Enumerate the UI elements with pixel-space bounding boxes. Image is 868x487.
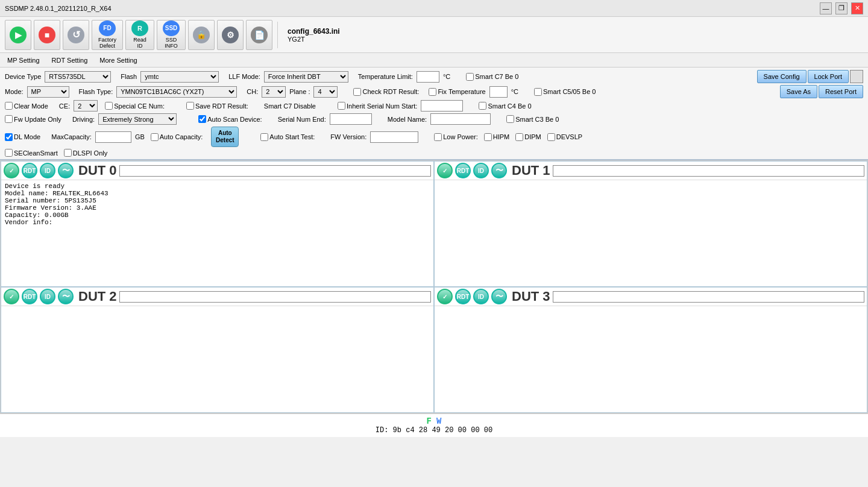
read-id-button[interactable]: R ReadID	[125, 20, 154, 50]
max-capacity-input[interactable]: 512	[95, 131, 131, 143]
dut2-check-icon[interactable]: ✓	[4, 289, 19, 304]
dut0-rdt-icon[interactable]: RDT	[22, 163, 37, 178]
serial-num-start-input[interactable]: 999999	[421, 100, 463, 112]
dut1-wave-icon[interactable]: 〜	[491, 163, 507, 178]
fix-temp-checkbox[interactable]	[429, 88, 436, 96]
titlebar-title: SSDMP 2.48.0.1_20211210_R_X64	[5, 5, 112, 12]
ssd-info-button[interactable]: SSD SSDINFO	[157, 20, 186, 50]
smart-c4-be0-label: Smart C4 Be 0	[479, 102, 531, 110]
close-button[interactable]: ✕	[851, 2, 863, 14]
driving-select[interactable]: Extremely Strong	[98, 113, 177, 125]
doc-button[interactable]: 📄	[246, 20, 272, 50]
low-power-checkbox[interactable]	[434, 133, 442, 141]
dut3-wave-icon[interactable]: 〜	[491, 289, 507, 304]
lock-port-button[interactable]: Lock Port	[808, 70, 849, 83]
dut3-input[interactable]	[553, 291, 864, 303]
menu-rdt-setting[interactable]: RDT Setting	[47, 55, 93, 65]
clear-mode-checkbox[interactable]	[5, 102, 13, 110]
minimize-button[interactable]: —	[820, 2, 832, 14]
check-rdt-label: Check RDT Result:	[353, 88, 419, 96]
fw-update-checkbox[interactable]	[5, 115, 13, 123]
dut1-check-icon[interactable]: ✓	[437, 163, 453, 178]
auto-capacity-checkbox[interactable]	[151, 133, 159, 141]
menu-mp-setting[interactable]: MP Setting	[2, 55, 45, 65]
color-swatch	[850, 70, 863, 83]
auto-scan-checkbox[interactable]	[198, 115, 206, 123]
temp-unit-label: °C	[443, 73, 450, 80]
seclean-smart-checkbox[interactable]	[5, 149, 13, 157]
max-capacity-unit: GB	[135, 133, 145, 140]
reset-port-button[interactable]: Reset Port	[819, 85, 863, 98]
auto-start-checkbox[interactable]	[260, 133, 268, 141]
mode-select[interactable]: MP	[27, 86, 69, 98]
hipm-checkbox[interactable]	[484, 133, 492, 141]
dut0-input[interactable]	[119, 165, 431, 177]
dut2-wave-icon[interactable]: 〜	[58, 289, 74, 304]
dut1-input[interactable]	[553, 165, 864, 177]
dut0-id-icon[interactable]: ID	[40, 163, 55, 178]
save-rdt-checkbox[interactable]	[186, 102, 194, 110]
save-as-button[interactable]: Save As	[780, 85, 817, 98]
temp-limit-label: Temperature Limit:	[358, 73, 413, 80]
smart-c5-checkbox[interactable]	[534, 88, 542, 96]
devslp-checkbox[interactable]	[547, 133, 555, 141]
dlspi-only-checkbox[interactable]	[64, 149, 72, 157]
llf-mode-select[interactable]: Force Inherit DBT	[264, 71, 348, 83]
serial-num-end-input[interactable]	[330, 113, 372, 125]
status-fw: F W	[427, 416, 442, 426]
ch-select[interactable]: 2	[262, 86, 286, 98]
temp-limit-input[interactable]: 255	[417, 71, 439, 83]
config-sub: YG2T	[288, 36, 340, 43]
start-button[interactable]: ▶	[5, 20, 31, 50]
inherit-serial-label: Inherit Serial Num Start:	[338, 102, 417, 110]
settings-panel: Device Type RTS5735DL Flash ymtc LLF Mod…	[0, 68, 868, 160]
auto-detect-button[interactable]: AutoDetect	[211, 127, 239, 147]
ce-select[interactable]: 2	[74, 100, 98, 112]
flash-select[interactable]: ymtc	[140, 71, 219, 83]
dut1-id-icon[interactable]: ID	[473, 163, 489, 178]
dut2-id-icon[interactable]: ID	[40, 289, 55, 304]
fw-version-input[interactable]: XD0R00ZA	[370, 131, 418, 143]
smart-c7-be0-checkbox[interactable]	[466, 73, 474, 81]
dut1-rdt-icon[interactable]: RDT	[455, 163, 471, 178]
smart-c3-checkbox[interactable]	[506, 115, 514, 123]
dipm-checkbox[interactable]	[515, 133, 523, 141]
stop-button[interactable]: ■	[34, 20, 60, 50]
dut3-check-icon[interactable]: ✓	[437, 289, 453, 304]
mode-label: Mode:	[5, 88, 24, 95]
check-rdt-checkbox[interactable]	[353, 88, 361, 96]
dut3-rdt-icon[interactable]: RDT	[455, 289, 471, 304]
serial-num-end-label: Serial Num End:	[278, 116, 326, 123]
hipm-label: HIPM	[484, 133, 510, 141]
save-rdt-label: Save RDT Result:	[186, 102, 248, 110]
plane-select[interactable]: 4	[313, 86, 338, 98]
dut2-rdt-icon[interactable]: RDT	[22, 289, 37, 304]
model-name-input[interactable]: Realtek_sata	[430, 113, 491, 125]
clear-mode-label: Clear Mode	[5, 102, 48, 110]
lock-button[interactable]: 🔒	[188, 20, 215, 50]
toolbar: ▶ ■ ↺ FD FactoryDefect R ReadID SSD SSDI…	[0, 17, 868, 53]
fw-f-label: F	[427, 416, 432, 426]
refresh-button[interactable]: ↺	[63, 20, 89, 50]
settings-button[interactable]: ⚙	[217, 20, 244, 50]
smart-c4-checkbox[interactable]	[479, 102, 486, 110]
status-id-line: ID: 9b c4 28 49 20 00 00 00	[376, 426, 492, 435]
auto-capacity-label: Auto Capacity:	[151, 133, 203, 141]
dut2-input[interactable]	[119, 291, 431, 303]
settings-row-1: Device Type RTS5735DL Flash ymtc LLF Mod…	[5, 70, 863, 83]
fix-temp-input[interactable]: 0	[489, 86, 508, 98]
restore-button[interactable]: ❐	[835, 2, 848, 14]
device-type-select[interactable]: RTS5735DL	[45, 71, 111, 83]
dut0-check-icon[interactable]: ✓	[4, 163, 19, 178]
dl-mode-checkbox[interactable]	[5, 133, 13, 141]
factory-defect-button[interactable]: FD FactoryDefect	[92, 20, 123, 50]
flash-type-select[interactable]: YMN09TC1B1AC6C (YX2T)	[116, 86, 237, 98]
special-ce-checkbox[interactable]	[105, 102, 113, 110]
menu-more-setting[interactable]: More Setting	[95, 55, 142, 65]
save-config-button[interactable]: Save Config	[757, 70, 807, 83]
inherit-serial-checkbox[interactable]	[338, 102, 345, 110]
stop-icon: ■	[39, 27, 55, 43]
dut3-id-icon[interactable]: ID	[473, 289, 489, 304]
dut0-wave-icon[interactable]: 〜	[58, 163, 74, 178]
special-ce-num-label: Special CE Num:	[105, 102, 165, 110]
